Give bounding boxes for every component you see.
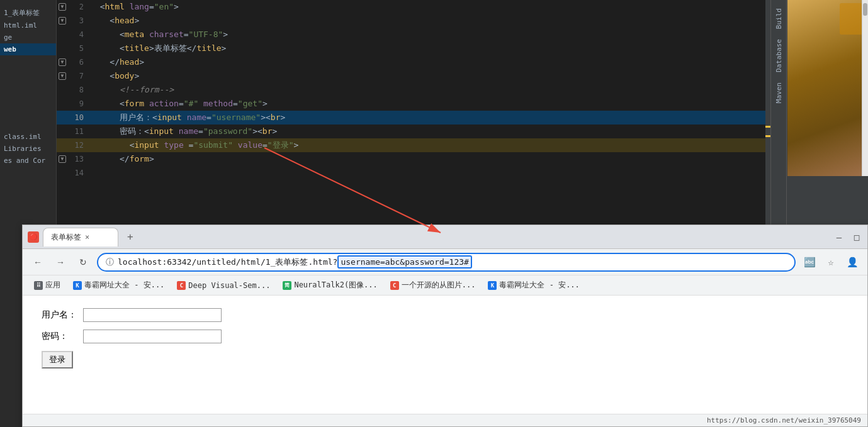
toolbar-icons: 🔤 ☆ 👤 [801,253,861,271]
bookmark-4[interactable]: C 一个开源的从图片... [385,278,481,292]
sidebar-item-class[interactable]: class.iml [0,131,56,143]
gutter-arrow-7: ▼ [59,72,66,80]
submit-button[interactable]: 登录 [42,351,73,369]
bookmark-3[interactable]: 简 NeuralTalk2(图像... [278,278,382,292]
line-number-10: 10 [68,111,90,125]
bookmark-3-favicon: 简 [283,281,291,290]
minimize-button[interactable]: — [833,231,845,243]
line-number-9: 9 [68,97,90,111]
bookmark-2-favicon: C [177,281,186,290]
preview-image [787,0,868,176]
scroll-marker-2 [765,135,770,137]
username-input[interactable] [83,308,222,322]
sidebar-item-web[interactable]: web [0,43,56,55]
new-tab-button[interactable]: + [122,231,138,243]
line-content-6: </head> [90,55,770,69]
bookmark-5[interactable]: K 毒霸网址大全 - 安... [483,278,584,292]
sidebar-item-3[interactable]: ge [0,31,56,43]
line-content-10: 用户名：<input name="username"><br> [90,111,770,125]
code-line-4: 4 <meta charset="UTF-8"> [57,28,770,42]
maximize-button[interactable]: □ [851,231,862,243]
line-number-7: 7 [68,69,90,83]
ide-editor: 1_表单标签 html.iml ge web class.iml Librari… [0,0,868,226]
bookmark-apps[interactable]: ⠿ 应用 [29,278,65,292]
code-line-13: ▼ 13 </form> [57,152,770,166]
tab-build[interactable]: Build [773,3,785,34]
code-line-5: 5 <title>表单标签</title> [57,42,770,55]
browser-statusbar: https://blog.csdn.net/weixin_39765049 [23,414,867,426]
refresh-button[interactable]: ↻ [74,253,92,271]
line-number-11: 11 [68,125,90,138]
url-params: username=abc&password=123# [337,255,472,269]
bookmark-5-favicon: K [488,281,497,290]
tab-title: 表单标签 [51,232,81,243]
address-text: localhost:63342/untitled/html/1_表单标签.htm… [118,257,787,268]
code-line-9: 9 <form action="#" method="get"> [57,97,770,111]
browser-favicon: 🔴 [28,231,39,243]
code-line-8: 8 <!--form--> [57,83,770,97]
line-number-6: 6 [68,55,90,69]
line-number-8: 8 [68,83,90,97]
sidebar-item-libraries[interactable]: Libraries [0,143,56,155]
bookmark-2[interactable]: C Deep Visual-Sem... [172,279,275,292]
bookmark-1-favicon: K [73,281,82,290]
bookmark-3-label: NeuralTalk2(图像... [294,280,377,291]
line-content-11: 密码：<input name="password"><br> [90,125,770,138]
code-line-14: 14 [57,166,770,180]
browser-tab[interactable]: 表单标签 × [43,228,118,247]
line-number-12: 12 [68,138,90,152]
apps-favicon: ⠿ [34,281,43,290]
code-line-2: ▼ 2 <html lang="en"> [57,0,770,14]
line-number-13: 13 [68,152,90,166]
line-content-5: <title>表单标签</title> [90,42,770,55]
gutter-arrow-2: ▼ [59,3,66,11]
bookmark-1[interactable]: K 毒霸网址大全 - 安... [68,278,169,292]
window-controls: — □ [833,231,862,243]
bookmark-1-label: 毒霸网址大全 - 安... [84,280,164,291]
address-bar[interactable]: ⓘ localhost:63342/untitled/html/1_表单标签.h… [97,253,796,272]
lock-icon: ⓘ [106,257,114,268]
profile-icon[interactable]: 👤 [843,253,861,271]
gutter-arrow-3: ▼ [59,17,66,25]
browser-toolbar: ← → ↻ ⓘ localhost:63342/untitled/html/1_… [23,249,867,275]
sidebar-item-1[interactable]: 1_表单标签 [0,6,56,19]
gutter-arrow-13: ▼ [59,155,66,163]
username-label: 用户名： [42,309,79,321]
line-content-2: <html lang="en"> [90,0,770,14]
sidebar-item-esandcor[interactable]: es and Cor [0,155,56,167]
bookmarks-bar: ⠿ 应用 K 毒霸网址大全 - 安... C Deep Visual-Sem..… [23,275,867,296]
translate-icon[interactable]: 🔤 [801,253,818,271]
submit-row: 登录 [42,351,848,369]
line-number-14: 14 [68,166,90,180]
password-input[interactable] [83,330,222,343]
sidebar-item-2[interactable]: html.iml [0,19,56,31]
forward-button[interactable]: → [52,253,69,271]
status-url: https://blog.csdn.net/weixin_39765049 [707,416,861,424]
ide-sidebar: 1_表单标签 html.iml ge web class.iml Librari… [0,0,57,226]
tab-database[interactable]: Database [773,34,785,77]
bookmark-4-favicon: C [390,281,399,290]
bookmark-apps-label: 应用 [45,280,60,291]
tab-maven[interactable]: Maven [773,77,785,108]
password-row: 密码： [42,330,848,343]
bookmark-icon[interactable]: ☆ [822,253,840,271]
code-line-3: ▼ 3 <head> [57,14,770,28]
code-line-7: ▼ 7 <body> [57,69,770,83]
ide-vertical-tabs: Build Database Maven [770,0,786,226]
scroll-marker-1 [765,126,770,128]
back-button[interactable]: ← [29,253,47,271]
code-line-10: 10 用户名：<input name="username"><br> [57,111,770,125]
line-number-3: 3 [68,14,90,28]
tab-close-button[interactable]: × [85,233,89,241]
browser-window: 🔴 表单标签 × + — □ ← → ↻ ⓘ localhost:63342/u… [22,225,868,427]
line-number-2: 2 [68,0,90,14]
code-line-12: 12 <input type ="submit" value="登录"> [57,138,770,152]
code-line-6: ▼ 6 </head> [57,55,770,69]
password-label: 密码： [42,331,79,342]
browser-titlebar: 🔴 表单标签 × + — □ [23,225,867,249]
line-content-12: <input type ="submit" value="登录"> [90,138,770,152]
code-editor[interactable]: ▼ 2 <html lang="en"> ▼ 3 <head> 4 <meta … [57,0,770,226]
line-content-9: <form action="#" method="get"> [90,97,770,111]
line-content-8: <!--form--> [90,83,770,97]
line-content-13: </form> [90,152,770,166]
